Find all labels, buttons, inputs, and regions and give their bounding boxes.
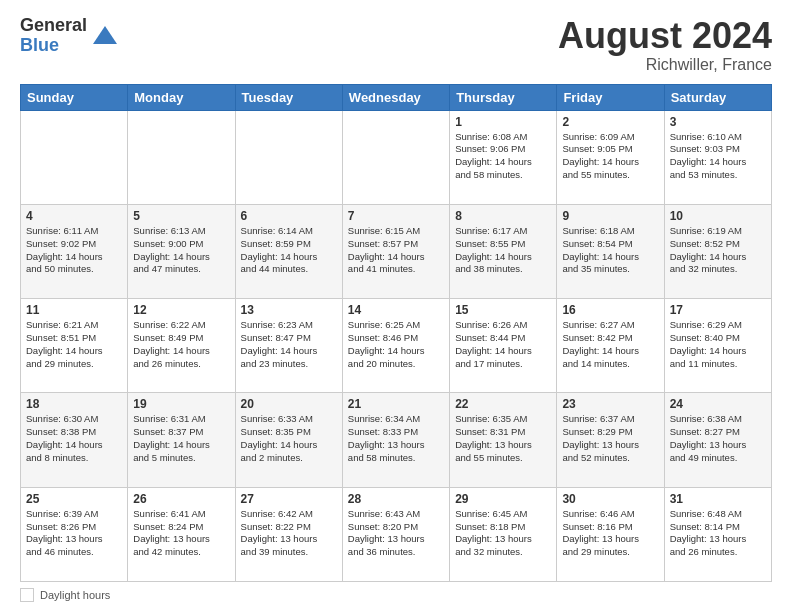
day-info: Sunrise: 6:19 AM Sunset: 8:52 PM Dayligh… <box>670 225 766 276</box>
header: General Blue August 2024 Richwiller, Fra… <box>20 16 772 74</box>
day-number: 17 <box>670 303 766 317</box>
calendar-week-row: 11Sunrise: 6:21 AM Sunset: 8:51 PM Dayli… <box>21 299 772 393</box>
table-row: 4Sunrise: 6:11 AM Sunset: 9:02 PM Daylig… <box>21 204 128 298</box>
day-info: Sunrise: 6:33 AM Sunset: 8:35 PM Dayligh… <box>241 413 337 464</box>
calendar-table: Sunday Monday Tuesday Wednesday Thursday… <box>20 84 772 582</box>
day-number: 7 <box>348 209 444 223</box>
day-info: Sunrise: 6:14 AM Sunset: 8:59 PM Dayligh… <box>241 225 337 276</box>
table-row: 31Sunrise: 6:48 AM Sunset: 8:14 PM Dayli… <box>664 487 771 581</box>
table-row: 23Sunrise: 6:37 AM Sunset: 8:29 PM Dayli… <box>557 393 664 487</box>
day-info: Sunrise: 6:27 AM Sunset: 8:42 PM Dayligh… <box>562 319 658 370</box>
header-thursday: Thursday <box>450 84 557 110</box>
table-row: 6Sunrise: 6:14 AM Sunset: 8:59 PM Daylig… <box>235 204 342 298</box>
header-wednesday: Wednesday <box>342 84 449 110</box>
table-row: 5Sunrise: 6:13 AM Sunset: 9:00 PM Daylig… <box>128 204 235 298</box>
table-row: 16Sunrise: 6:27 AM Sunset: 8:42 PM Dayli… <box>557 299 664 393</box>
table-row: 1Sunrise: 6:08 AM Sunset: 9:06 PM Daylig… <box>450 110 557 204</box>
day-number: 23 <box>562 397 658 411</box>
header-sunday: Sunday <box>21 84 128 110</box>
page: General Blue August 2024 Richwiller, Fra… <box>0 0 792 612</box>
table-row: 28Sunrise: 6:43 AM Sunset: 8:20 PM Dayli… <box>342 487 449 581</box>
day-number: 5 <box>133 209 229 223</box>
day-number: 12 <box>133 303 229 317</box>
calendar-week-row: 18Sunrise: 6:30 AM Sunset: 8:38 PM Dayli… <box>21 393 772 487</box>
day-info: Sunrise: 6:09 AM Sunset: 9:05 PM Dayligh… <box>562 131 658 182</box>
day-info: Sunrise: 6:41 AM Sunset: 8:24 PM Dayligh… <box>133 508 229 559</box>
day-info: Sunrise: 6:42 AM Sunset: 8:22 PM Dayligh… <box>241 508 337 559</box>
day-info: Sunrise: 6:38 AM Sunset: 8:27 PM Dayligh… <box>670 413 766 464</box>
day-info: Sunrise: 6:15 AM Sunset: 8:57 PM Dayligh… <box>348 225 444 276</box>
table-row: 13Sunrise: 6:23 AM Sunset: 8:47 PM Dayli… <box>235 299 342 393</box>
table-row: 22Sunrise: 6:35 AM Sunset: 8:31 PM Dayli… <box>450 393 557 487</box>
table-row: 26Sunrise: 6:41 AM Sunset: 8:24 PM Dayli… <box>128 487 235 581</box>
day-info: Sunrise: 6:34 AM Sunset: 8:33 PM Dayligh… <box>348 413 444 464</box>
day-number: 29 <box>455 492 551 506</box>
table-row <box>21 110 128 204</box>
day-info: Sunrise: 6:31 AM Sunset: 8:37 PM Dayligh… <box>133 413 229 464</box>
header-tuesday: Tuesday <box>235 84 342 110</box>
calendar-week-row: 4Sunrise: 6:11 AM Sunset: 9:02 PM Daylig… <box>21 204 772 298</box>
calendar-header-row: Sunday Monday Tuesday Wednesday Thursday… <box>21 84 772 110</box>
day-number: 9 <box>562 209 658 223</box>
day-number: 8 <box>455 209 551 223</box>
month-title: August 2024 <box>558 16 772 56</box>
header-monday: Monday <box>128 84 235 110</box>
day-number: 24 <box>670 397 766 411</box>
day-info: Sunrise: 6:11 AM Sunset: 9:02 PM Dayligh… <box>26 225 122 276</box>
logo-general: General <box>20 16 87 36</box>
day-info: Sunrise: 6:48 AM Sunset: 8:14 PM Dayligh… <box>670 508 766 559</box>
day-number: 28 <box>348 492 444 506</box>
table-row: 19Sunrise: 6:31 AM Sunset: 8:37 PM Dayli… <box>128 393 235 487</box>
location: Richwiller, France <box>558 56 772 74</box>
calendar-week-row: 1Sunrise: 6:08 AM Sunset: 9:06 PM Daylig… <box>21 110 772 204</box>
day-info: Sunrise: 6:46 AM Sunset: 8:16 PM Dayligh… <box>562 508 658 559</box>
day-number: 6 <box>241 209 337 223</box>
table-row: 15Sunrise: 6:26 AM Sunset: 8:44 PM Dayli… <box>450 299 557 393</box>
day-info: Sunrise: 6:43 AM Sunset: 8:20 PM Dayligh… <box>348 508 444 559</box>
table-row: 2Sunrise: 6:09 AM Sunset: 9:05 PM Daylig… <box>557 110 664 204</box>
table-row: 20Sunrise: 6:33 AM Sunset: 8:35 PM Dayli… <box>235 393 342 487</box>
logo-text: General Blue <box>20 16 87 56</box>
logo-icon <box>91 22 119 50</box>
day-number: 10 <box>670 209 766 223</box>
table-row: 18Sunrise: 6:30 AM Sunset: 8:38 PM Dayli… <box>21 393 128 487</box>
day-info: Sunrise: 6:10 AM Sunset: 9:03 PM Dayligh… <box>670 131 766 182</box>
day-info: Sunrise: 6:35 AM Sunset: 8:31 PM Dayligh… <box>455 413 551 464</box>
table-row: 29Sunrise: 6:45 AM Sunset: 8:18 PM Dayli… <box>450 487 557 581</box>
footer: Daylight hours <box>20 588 772 602</box>
day-info: Sunrise: 6:22 AM Sunset: 8:49 PM Dayligh… <box>133 319 229 370</box>
table-row: 21Sunrise: 6:34 AM Sunset: 8:33 PM Dayli… <box>342 393 449 487</box>
table-row <box>128 110 235 204</box>
day-number: 21 <box>348 397 444 411</box>
footer-label: Daylight hours <box>40 589 110 601</box>
table-row: 25Sunrise: 6:39 AM Sunset: 8:26 PM Dayli… <box>21 487 128 581</box>
logo: General Blue <box>20 16 119 56</box>
calendar-week-row: 25Sunrise: 6:39 AM Sunset: 8:26 PM Dayli… <box>21 487 772 581</box>
day-number: 15 <box>455 303 551 317</box>
logo-blue: Blue <box>20 36 87 56</box>
day-number: 25 <box>26 492 122 506</box>
day-info: Sunrise: 6:26 AM Sunset: 8:44 PM Dayligh… <box>455 319 551 370</box>
day-number: 26 <box>133 492 229 506</box>
day-number: 20 <box>241 397 337 411</box>
day-number: 4 <box>26 209 122 223</box>
day-number: 19 <box>133 397 229 411</box>
day-number: 2 <box>562 115 658 129</box>
table-row: 14Sunrise: 6:25 AM Sunset: 8:46 PM Dayli… <box>342 299 449 393</box>
day-info: Sunrise: 6:18 AM Sunset: 8:54 PM Dayligh… <box>562 225 658 276</box>
day-number: 1 <box>455 115 551 129</box>
title-section: August 2024 Richwiller, France <box>558 16 772 74</box>
day-info: Sunrise: 6:21 AM Sunset: 8:51 PM Dayligh… <box>26 319 122 370</box>
table-row: 7Sunrise: 6:15 AM Sunset: 8:57 PM Daylig… <box>342 204 449 298</box>
table-row: 10Sunrise: 6:19 AM Sunset: 8:52 PM Dayli… <box>664 204 771 298</box>
day-info: Sunrise: 6:30 AM Sunset: 8:38 PM Dayligh… <box>26 413 122 464</box>
day-info: Sunrise: 6:17 AM Sunset: 8:55 PM Dayligh… <box>455 225 551 276</box>
day-number: 18 <box>26 397 122 411</box>
table-row: 8Sunrise: 6:17 AM Sunset: 8:55 PM Daylig… <box>450 204 557 298</box>
day-info: Sunrise: 6:39 AM Sunset: 8:26 PM Dayligh… <box>26 508 122 559</box>
day-number: 14 <box>348 303 444 317</box>
day-info: Sunrise: 6:37 AM Sunset: 8:29 PM Dayligh… <box>562 413 658 464</box>
day-number: 30 <box>562 492 658 506</box>
table-row <box>342 110 449 204</box>
day-info: Sunrise: 6:13 AM Sunset: 9:00 PM Dayligh… <box>133 225 229 276</box>
